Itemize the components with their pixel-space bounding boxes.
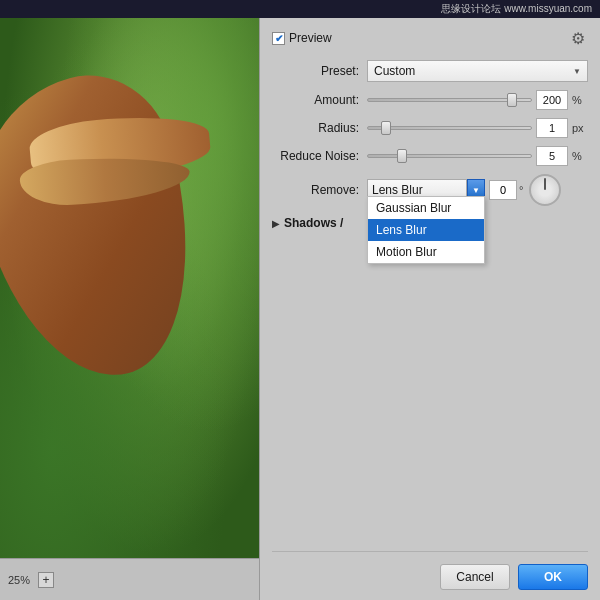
preset-label: Preset:	[272, 64, 367, 78]
watermark-text: 思缘设计论坛 www.missyuan.com	[441, 2, 592, 16]
preview-area: ✔ Preview	[272, 31, 332, 45]
angle-input[interactable]: 0	[489, 180, 517, 200]
amount-slider-thumb[interactable]	[507, 93, 517, 107]
radius-row: Radius: 1 px	[272, 118, 588, 138]
remove-arrow-icon: ▼	[472, 186, 480, 195]
preview-label: Preview	[289, 31, 332, 45]
bird-image	[0, 18, 259, 558]
amount-slider-track[interactable]	[367, 98, 532, 102]
expand-triangle-icon[interactable]: ▶	[272, 218, 280, 229]
amount-row: Amount: 200 %	[272, 90, 588, 110]
reduce-noise-slider-thumb[interactable]	[397, 149, 407, 163]
degree-symbol: °	[519, 184, 523, 196]
zoom-level: 25%	[8, 574, 30, 586]
image-bottom-bar: 25% +	[0, 558, 259, 600]
radius-slider-track[interactable]	[367, 126, 532, 130]
gear-button[interactable]: ⚙	[568, 28, 588, 48]
reduce-noise-slider-row: 5 %	[367, 146, 588, 166]
reduce-noise-label: Reduce Noise:	[272, 149, 367, 163]
remove-option-motion-blur[interactable]: Motion Blur	[368, 241, 484, 263]
radius-unit: px	[572, 122, 588, 134]
preset-row: Preset: Custom ▼	[272, 60, 588, 82]
preview-checkbox[interactable]: ✔	[272, 32, 285, 45]
reduce-noise-slider-track[interactable]	[367, 154, 532, 158]
remove-dropdown-menu: Gaussian Blur Lens Blur Motion Blur	[367, 196, 485, 264]
radius-slider-thumb[interactable]	[381, 121, 391, 135]
header-row: ✔ Preview ⚙	[272, 28, 588, 48]
zoom-plus-button[interactable]: +	[38, 572, 54, 588]
buttons-area: Cancel OK	[272, 551, 588, 590]
remove-row: Remove: Lens Blur ▼ Gaussian Blur Lens B…	[272, 174, 588, 206]
ok-button[interactable]: OK	[518, 564, 588, 590]
reduce-noise-unit: %	[572, 150, 588, 162]
check-mark: ✔	[275, 33, 283, 44]
reduce-noise-row: Reduce Noise: 5 %	[272, 146, 588, 166]
remove-option-gaussian-blur[interactable]: Gaussian Blur	[368, 197, 484, 219]
image-panel: 25% +	[0, 18, 260, 600]
remove-option-lens-blur[interactable]: Lens Blur	[368, 219, 484, 241]
gear-icon: ⚙	[571, 29, 585, 48]
amount-unit: %	[572, 94, 588, 106]
angle-line	[544, 178, 546, 190]
radius-value[interactable]: 1	[536, 118, 568, 138]
right-panel: ✔ Preview ⚙ Preset: Custom ▼ Amount:	[260, 18, 600, 600]
radius-slider-row: 1 px	[367, 118, 588, 138]
watermark-bar: 思缘设计论坛 www.missyuan.com	[0, 0, 600, 18]
preset-dropdown[interactable]: Custom ▼	[367, 60, 588, 82]
angle-wheel[interactable]	[529, 174, 561, 206]
amount-slider-row: 200 %	[367, 90, 588, 110]
shadows-label: Shadows /	[284, 216, 343, 230]
preset-value: Custom	[374, 64, 573, 78]
cancel-label: Cancel	[456, 570, 493, 584]
amount-label: Amount:	[272, 93, 367, 107]
cancel-button[interactable]: Cancel	[440, 564, 510, 590]
ok-label: OK	[544, 570, 562, 584]
remove-label: Remove:	[272, 183, 367, 197]
remove-selected-value: Lens Blur	[372, 183, 462, 197]
amount-value[interactable]: 200	[536, 90, 568, 110]
reduce-noise-value[interactable]: 5	[536, 146, 568, 166]
radius-label: Radius:	[272, 121, 367, 135]
preset-arrow-icon: ▼	[573, 67, 581, 76]
main-container: 25% + ✔ Preview ⚙ Preset: Custom ▼	[0, 18, 600, 600]
plus-icon: +	[43, 573, 50, 587]
angle-value: 0	[500, 184, 506, 196]
